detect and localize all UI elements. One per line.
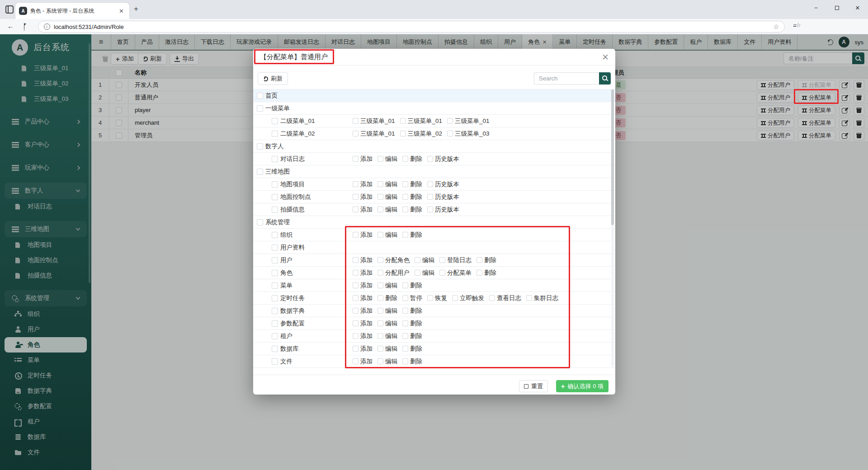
permission-item[interactable]: 三级菜单_01 bbox=[353, 117, 395, 125]
modal-refresh-button[interactable]: 刷新 bbox=[258, 72, 288, 85]
permission-item[interactable]: 编辑 bbox=[377, 206, 397, 214]
permission-checkbox[interactable] bbox=[353, 118, 359, 124]
tree-row[interactable]: 数字人 bbox=[253, 140, 615, 153]
permission-checkbox[interactable] bbox=[402, 207, 408, 212]
tree-row-checkbox[interactable] bbox=[272, 118, 278, 124]
permission-checkbox[interactable] bbox=[400, 131, 406, 136]
modal-search-input[interactable] bbox=[534, 72, 599, 85]
permission-item[interactable]: 三级菜单_01 bbox=[447, 117, 490, 125]
permission-item[interactable]: 历史版本 bbox=[427, 193, 459, 201]
permission-item[interactable]: 历史版本 bbox=[427, 155, 459, 163]
permission-checkbox[interactable] bbox=[353, 131, 359, 136]
permission-checkbox[interactable] bbox=[427, 207, 433, 212]
tree-row-checkbox[interactable] bbox=[257, 219, 263, 226]
tree-row[interactable]: 二级菜单_01 三级菜单_01 三级菜单_01 bbox=[253, 115, 615, 127]
permission-item[interactable]: 三级菜单_03 bbox=[447, 130, 490, 138]
permission-checkbox[interactable] bbox=[377, 194, 383, 200]
permission-label: 编辑 bbox=[385, 193, 397, 201]
permission-checkbox[interactable] bbox=[400, 118, 406, 124]
tree-row[interactable]: 一级菜单 bbox=[253, 102, 615, 115]
permission-item[interactable]: 历史版本 bbox=[427, 206, 459, 214]
permission-checkbox[interactable] bbox=[377, 181, 383, 187]
permission-checkbox[interactable] bbox=[353, 156, 359, 162]
modal-close-icon[interactable]: ✕ bbox=[602, 52, 609, 62]
tab-workspaces-icon[interactable] bbox=[5, 5, 14, 14]
permission-checkbox[interactable] bbox=[402, 194, 408, 200]
tree-row[interactable]: 二级菜单_02 三级菜单_01 三级菜单_02 bbox=[253, 127, 615, 140]
site-info-icon[interactable] bbox=[44, 24, 50, 30]
permission-checkbox[interactable] bbox=[353, 194, 359, 200]
permission-item[interactable]: 删除 bbox=[402, 180, 422, 188]
permission-checkbox[interactable] bbox=[353, 181, 359, 187]
permission-item[interactable]: 删除 bbox=[402, 206, 422, 214]
permission-item[interactable]: 三级菜单_01 bbox=[353, 130, 395, 138]
tree-row-checkbox[interactable] bbox=[257, 105, 263, 112]
reset-label: 重置 bbox=[531, 382, 543, 390]
permission-item[interactable]: 删除 bbox=[402, 193, 422, 201]
permission-checkbox[interactable] bbox=[377, 207, 383, 212]
tree-row[interactable]: 地图项目 添加 编辑 bbox=[253, 178, 615, 191]
modal-search-button[interactable] bbox=[599, 72, 611, 85]
tree-row-checkbox[interactable] bbox=[272, 156, 278, 162]
tree-row-checkbox[interactable] bbox=[272, 346, 278, 352]
permission-item[interactable]: 添加 bbox=[353, 206, 373, 214]
modal-scrollbar-thumb[interactable] bbox=[611, 89, 614, 225]
permission-checkbox[interactable] bbox=[377, 156, 383, 162]
tree-row-checkbox[interactable] bbox=[272, 194, 278, 200]
favorite-star-icon[interactable]: ☆ bbox=[773, 23, 779, 30]
permission-item[interactable]: 三级菜单_02 bbox=[400, 130, 443, 138]
browser-url-bar: ← localhost:5231/Admin/Role ☆ 更新 … bbox=[0, 19, 868, 34]
permission-item[interactable]: 历史版本 bbox=[427, 180, 459, 188]
tree-row-checkbox[interactable] bbox=[272, 131, 278, 137]
permission-item[interactable]: 编辑 bbox=[377, 155, 397, 163]
address-bar[interactable]: localhost:5231/Admin/Role ☆ bbox=[38, 21, 785, 33]
tree-row-checkbox[interactable] bbox=[272, 270, 278, 276]
browser-tab[interactable]: A 角色 - 系统管理 - 后台系统 ✕ bbox=[15, 3, 129, 19]
permission-checkbox[interactable] bbox=[353, 207, 359, 212]
modal-scrollbar[interactable] bbox=[611, 89, 614, 367]
reload-icon[interactable] bbox=[24, 23, 24, 31]
tree-row-checkbox[interactable] bbox=[272, 232, 278, 238]
tree-row-checkbox[interactable] bbox=[272, 320, 278, 327]
maximize-button[interactable] bbox=[826, 0, 847, 15]
permission-item[interactable]: 三级菜单_01 bbox=[400, 117, 443, 125]
tree-row-checkbox[interactable] bbox=[257, 143, 263, 150]
permission-item[interactable]: 编辑 bbox=[377, 193, 397, 201]
reset-button[interactable]: 重置 bbox=[519, 380, 548, 392]
tree-row-checkbox[interactable] bbox=[257, 169, 263, 175]
tab-close-icon[interactable]: ✕ bbox=[117, 8, 126, 14]
permission-checkbox[interactable] bbox=[447, 131, 453, 136]
tree-row-checkbox[interactable] bbox=[272, 358, 278, 365]
tree-row-checkbox[interactable] bbox=[272, 257, 278, 263]
permission-checkbox[interactable] bbox=[402, 181, 408, 187]
new-tab-button[interactable]: + bbox=[134, 5, 138, 14]
tree-row-checkbox[interactable] bbox=[272, 244, 278, 251]
permission-checkbox[interactable] bbox=[427, 156, 433, 162]
permission-checkbox[interactable] bbox=[402, 156, 408, 162]
permission-item[interactable]: 删除 bbox=[402, 155, 422, 163]
close-button[interactable]: ✕ bbox=[847, 0, 868, 15]
tree-row-checkbox[interactable] bbox=[272, 308, 278, 314]
tree-row[interactable]: 三维地图 bbox=[253, 165, 615, 178]
minimize-button[interactable]: − bbox=[806, 0, 826, 15]
permission-item[interactable]: 添加 bbox=[353, 180, 373, 188]
back-icon[interactable]: ← bbox=[7, 22, 14, 30]
tree-row[interactable]: 拍摄信息 添加 编辑 bbox=[253, 203, 615, 216]
tree-row-checkbox[interactable] bbox=[257, 93, 263, 99]
tree-row-label: 角色 bbox=[280, 269, 292, 277]
permission-checkbox[interactable] bbox=[427, 181, 433, 187]
tree-row[interactable]: 地面控制点 添加 编辑 bbox=[253, 191, 615, 203]
permission-item[interactable]: 编辑 bbox=[377, 180, 397, 188]
tree-row[interactable]: 对话日志 添加 编辑 bbox=[253, 153, 615, 165]
tree-row-checkbox[interactable] bbox=[272, 295, 278, 301]
permission-item[interactable]: 添加 bbox=[353, 193, 373, 201]
tree-row-checkbox[interactable] bbox=[272, 282, 278, 289]
permission-checkbox[interactable] bbox=[447, 118, 453, 124]
permission-checkbox[interactable] bbox=[427, 194, 433, 200]
tree-row-checkbox[interactable] bbox=[272, 333, 278, 339]
tree-row-checkbox[interactable] bbox=[272, 207, 278, 213]
tree-row[interactable]: 首页 bbox=[253, 89, 615, 102]
tree-row-checkbox[interactable] bbox=[272, 181, 278, 188]
permission-item[interactable]: 添加 bbox=[353, 155, 373, 163]
confirm-selection-button[interactable]: + 确认选择 0 项 bbox=[556, 380, 609, 392]
